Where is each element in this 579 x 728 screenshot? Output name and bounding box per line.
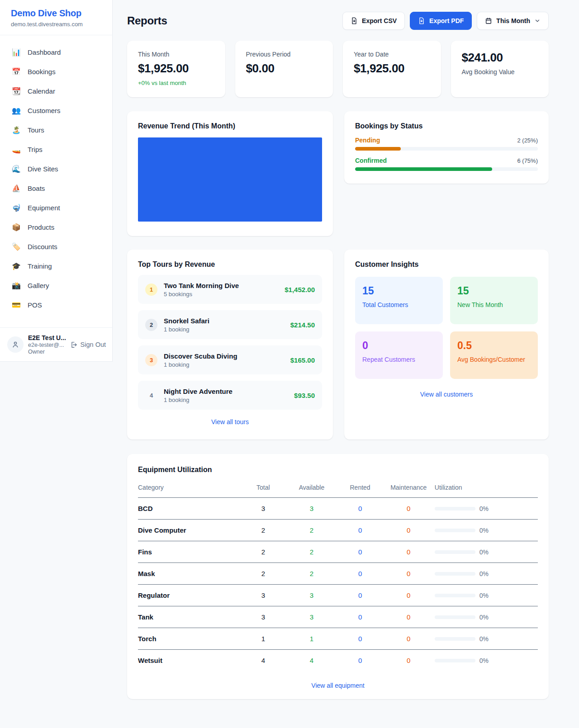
status-count: 6 (75%) [517, 157, 538, 164]
status-label: Confirmed [355, 157, 387, 164]
utilization-bar [435, 615, 475, 619]
view-all-customers-link[interactable]: View all customers [355, 391, 538, 398]
sidebar-item-pos[interactable]: 💳 POS [0, 295, 112, 315]
utilization-percent: 0% [479, 505, 489, 512]
sidebar-item-equipment[interactable]: 🤿 Equipment [0, 198, 112, 217]
utilization-bar [435, 550, 475, 554]
cell-rented: 0 [336, 606, 384, 628]
cell-category: BCD [138, 498, 239, 520]
utilization-percent: 0% [479, 657, 489, 664]
stat-label: This Month [138, 51, 214, 58]
sidebar-item-label: Customers [28, 107, 61, 114]
page-title: Reports [127, 14, 167, 27]
user-name: E2E Test U... [28, 334, 65, 341]
sidebar-item-label: Dashboard [28, 48, 61, 56]
tile-value: 15 [457, 285, 531, 297]
stat-card-this-month: This Month $1,925.00 +0% vs last month [127, 41, 225, 97]
sidebar-item-bookings[interactable]: 📅 Bookings [0, 62, 112, 81]
column-header-maintenance: Maintenance [384, 480, 433, 498]
tour-revenue: $214.50 [290, 321, 315, 329]
user-role: Owner [28, 349, 65, 355]
tile-label: New This Month [457, 301, 531, 308]
sidebar-item-label: Dive Sites [28, 165, 58, 173]
tour-revenue: $165.00 [290, 356, 315, 364]
sidebar-item-tours[interactable]: 🏝️ Tours [0, 120, 112, 140]
sidebar-item-trips[interactable]: 🚤 Trips [0, 140, 112, 159]
sidebar-item-dive-sites[interactable]: 🌊 Dive Sites [0, 159, 112, 179]
shop-header: Demo Dive Shop demo.test.divestreams.com [0, 0, 112, 35]
cell-category: Wetsuit [138, 650, 239, 671]
status-bar-fill-pending [355, 147, 401, 151]
cell-utilization: 0% [433, 650, 538, 671]
sidebar-item-customers[interactable]: 👥 Customers [0, 101, 112, 120]
camera-icon: 📸 [12, 281, 21, 290]
view-all-tours-link[interactable]: View all tours [138, 418, 322, 425]
tour-revenue: $93.50 [294, 392, 315, 399]
stat-card-previous-period: Previous Period $0.00 [235, 41, 333, 97]
tile-value: 0 [362, 340, 436, 352]
stats-row: This Month $1,925.00 +0% vs last month P… [127, 41, 549, 97]
column-header-utilization: Utilization [433, 480, 538, 498]
table-row: Dive Computer 2 2 0 0 0% [138, 520, 538, 541]
column-header-category: Category [138, 480, 239, 498]
bookings-by-status-title: Bookings by Status [355, 122, 538, 130]
sidebar-item-products[interactable]: 📦 Products [0, 217, 112, 237]
sidebar-item-label: Training [28, 262, 52, 270]
cell-available: 1 [287, 628, 336, 650]
cell-maintenance: 0 [384, 585, 433, 606]
stat-value: $1,925.00 [138, 61, 214, 76]
table-row: Wetsuit 4 4 0 0 0% [138, 650, 538, 671]
table-row: Torch 1 1 0 0 0% [138, 628, 538, 650]
export-pdf-button[interactable]: Export PDF [410, 12, 472, 30]
view-all-equipment-link[interactable]: View all equipment [138, 682, 538, 689]
tour-list-item: 3 Discover Scuba Diving 1 booking $165.0… [138, 345, 322, 374]
bookings-by-status-card: Bookings by Status Pending 2 (25%) Confi… [344, 111, 549, 184]
island-icon: 🏝️ [12, 126, 21, 134]
stat-delta: +0% vs last month [138, 80, 214, 86]
tour-list-item: 1 Two Tank Morning Dive 5 bookings $1,45… [138, 275, 322, 304]
utilization-percent: 0% [479, 635, 489, 643]
utilization-percent: 0% [479, 570, 489, 577]
top-tours-title: Top Tours by Revenue [138, 260, 322, 269]
status-bar-track [355, 167, 538, 171]
sidebar-item-label: Gallery [28, 282, 49, 289]
utilization-bar [435, 637, 475, 641]
file-download-icon [418, 17, 425, 24]
status-bar-track [355, 147, 538, 151]
sidebar-item-gallery[interactable]: 📸 Gallery [0, 276, 112, 295]
cell-available: 2 [287, 563, 336, 585]
stat-label: Year to Date [354, 51, 430, 58]
tour-revenue: $1,452.00 [285, 286, 315, 293]
tour-name: Snorkel Safari [164, 317, 209, 325]
cell-rented: 0 [336, 541, 384, 563]
column-header-available: Available [287, 480, 336, 498]
sign-out-button[interactable]: Sign Out [70, 341, 106, 349]
sidebar-item-discounts[interactable]: 🏷️ Discounts [0, 237, 112, 256]
sidebar-item-boats[interactable]: ⛵ Boats [0, 179, 112, 198]
sidebar-item-dashboard[interactable]: 📊 Dashboard [0, 43, 112, 62]
table-row: Tank 3 3 0 0 0% [138, 606, 538, 628]
stat-value: $1,925.00 [354, 61, 430, 76]
cell-rented: 0 [336, 498, 384, 520]
cell-utilization: 0% [433, 563, 538, 585]
cell-total: 2 [239, 520, 287, 541]
sidebar-item-label: Discounts [28, 243, 57, 251]
export-csv-button[interactable]: Export CSV [342, 12, 405, 30]
tile-repeat-customers: 0 Repeat Customers [355, 331, 443, 379]
column-header-total: Total [239, 480, 287, 498]
period-dropdown[interactable]: This Month [477, 12, 549, 30]
status-count: 2 (25%) [517, 137, 538, 144]
insights-tiles: 15 Total Customers 15 New This Month 0 R… [355, 277, 538, 379]
sidebar-item-calendar[interactable]: 📆 Calendar [0, 81, 112, 101]
cell-maintenance: 0 [384, 650, 433, 671]
person-icon [11, 340, 19, 349]
stat-value: $241.00 [462, 51, 538, 65]
cell-category: Fins [138, 541, 239, 563]
column-header-rented: Rented [336, 480, 384, 498]
rank-badge: 3 [145, 354, 157, 366]
stat-label: Avg Booking Value [462, 68, 538, 76]
sidebar-item-label: Equipment [28, 204, 60, 212]
sidebar-item-training[interactable]: 🎓 Training [0, 256, 112, 276]
chevron-down-icon [534, 18, 541, 24]
revenue-trend-card: Revenue Trend (This Month) [127, 111, 333, 236]
